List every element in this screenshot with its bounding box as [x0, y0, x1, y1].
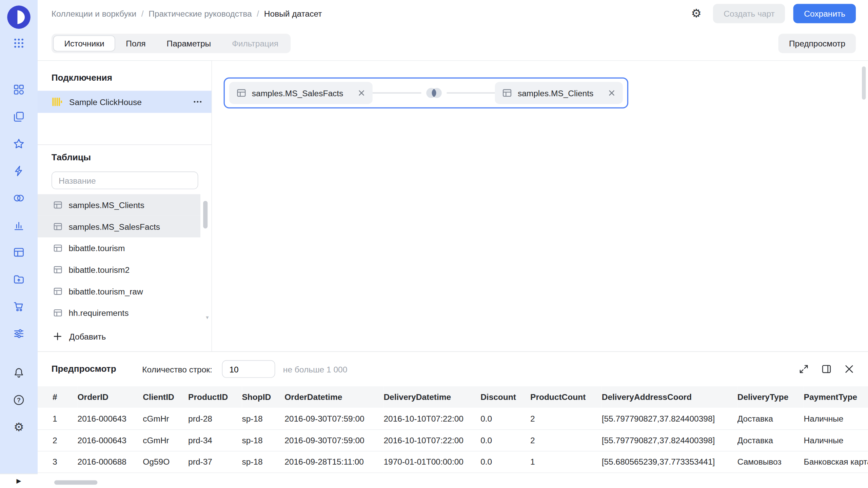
collapse-arrow-icon: ▶	[17, 477, 21, 485]
tab-sources[interactable]: Источники	[53, 35, 116, 51]
table-row: 3 2016-000688 Og59O prd-37 sp-18 2016-09…	[38, 451, 868, 473]
canvas-vertical-scrollbar[interactable]	[862, 66, 866, 100]
workbooks-icon[interactable]	[13, 111, 25, 123]
table-list-item[interactable]: bibattle.tourism_raw	[38, 281, 200, 302]
svg-text:?: ?	[17, 397, 21, 404]
row-count-hint: не больше 1 000	[283, 364, 347, 374]
sidebar: ? ⚙ ▶	[0, 0, 38, 488]
breadcrumb-current-dataset: Новый датасет	[264, 8, 322, 18]
table-list: samples.MS_Clients samples.MS_SalesFacts…	[38, 194, 212, 324]
tab-bar: Источники Поля Параметры Фильтрация Пред…	[38, 26, 868, 61]
plus-icon	[53, 332, 62, 341]
table-icon	[236, 88, 246, 98]
notifications-bell-icon[interactable]	[13, 367, 25, 379]
connection-name: Sample ClickHouse	[69, 97, 142, 107]
row-count-label: Количество строк:	[142, 364, 212, 374]
preview-title: Предпросмотр	[52, 364, 116, 374]
table-list-item[interactable]: hh.requirements	[38, 302, 200, 324]
clickhouse-icon	[52, 96, 63, 107]
tab-parameters[interactable]: Параметры	[156, 35, 222, 51]
charts-icon[interactable]	[13, 219, 25, 231]
column-header: PaymentType	[804, 386, 868, 408]
table-list-item[interactable]: samples.MS_Clients	[38, 194, 200, 216]
connection-menu-button[interactable]	[193, 97, 202, 107]
add-table-button[interactable]: Добавить	[38, 328, 212, 345]
column-header: ClientID	[143, 386, 188, 408]
help-icon[interactable]: ?	[13, 394, 25, 406]
column-header: Discount	[480, 386, 530, 408]
main-area: Коллекции и воркбуки / Практические руко…	[38, 0, 868, 488]
remove-table-icon[interactable]	[608, 89, 616, 97]
breadcrumb-guides[interactable]: Практические руководства	[149, 8, 252, 18]
join-connector	[373, 82, 495, 104]
table-list-item[interactable]: samples.MS_SalesFacts	[38, 216, 200, 238]
tab-filtering[interactable]: Фильтрация	[221, 35, 289, 51]
sidebar-bottom: ? ⚙	[13, 367, 25, 433]
sources-panel: Подключения Sample ClickHouse	[38, 61, 212, 351]
quick-actions-icon[interactable]	[13, 165, 25, 177]
preview-toggle-button[interactable]: Предпросмотр	[778, 34, 856, 53]
sidebar-nav	[13, 84, 25, 340]
table-row: 2 2016-000643 cGmHr prd-34 sp-18 2016-09…	[38, 429, 868, 451]
save-button[interactable]: Сохранить	[793, 4, 856, 23]
create-chart-button[interactable]: Создать чарт	[713, 4, 785, 23]
table-icon	[502, 88, 512, 98]
column-header: OrderID	[78, 386, 143, 408]
column-header: DeliveryAddressCoord	[602, 386, 737, 408]
sidebar-collapse-button[interactable]: ▶	[0, 474, 38, 488]
join-group: samples.MS_SalesFacts	[224, 78, 628, 108]
preview-header: Предпросмотр Количество строк: не больше…	[38, 352, 868, 386]
connections-title: Подключения	[52, 73, 212, 83]
connection-item[interactable]: Sample ClickHouse	[38, 91, 212, 113]
datalens-logo[interactable]	[7, 5, 31, 29]
tab-fields[interactable]: Поля	[115, 35, 156, 51]
apps-grid-icon[interactable]	[13, 37, 25, 49]
datalens-dataset-editor: ? ⚙ ▶ Коллекции и воркбуки / Практически…	[0, 0, 868, 488]
panel-divider	[38, 144, 212, 145]
table-header-row: # OrderID ClientID ProductID ShopID Orde…	[38, 386, 868, 408]
settings-gear-icon[interactable]: ⚙	[13, 421, 25, 433]
close-preview-icon[interactable]	[844, 364, 855, 375]
services-sliders-icon[interactable]	[13, 328, 25, 340]
join-type-button[interactable]	[421, 85, 447, 101]
inner-join-icon	[424, 86, 444, 100]
storage-folder-icon[interactable]	[13, 273, 25, 286]
table-search-input[interactable]	[52, 171, 198, 189]
dashboards-icon[interactable]	[13, 84, 25, 96]
table-list-scrollbar[interactable]	[203, 201, 208, 229]
column-header: DeliveryDatetime	[383, 386, 480, 408]
column-header: ShopID	[242, 386, 284, 408]
preview-panel: Предпросмотр Количество строк: не больше…	[38, 351, 868, 488]
table-list-item[interactable]: bibattle.tourism	[38, 237, 200, 259]
scroll-down-arrow-icon[interactable]: ▾	[206, 314, 209, 320]
join-canvas: samples.MS_SalesFacts	[212, 61, 868, 351]
column-header: ProductID	[188, 386, 242, 408]
row-count-input[interactable]	[222, 360, 275, 378]
dataset-settings-gear-icon[interactable]: ⚙	[691, 7, 702, 19]
connections-icon[interactable]	[13, 192, 25, 204]
favorites-star-icon[interactable]	[13, 138, 25, 150]
preview-horizontal-scrollbar[interactable]	[54, 480, 97, 485]
source-table-chip-clients[interactable]: samples.MS_Clients	[495, 82, 623, 104]
preview-table: # OrderID ClientID ProductID ShopID Orde…	[38, 386, 868, 473]
column-header: #	[38, 386, 78, 408]
datasets-icon[interactable]	[13, 246, 25, 259]
column-header: OrderDatetime	[284, 386, 383, 408]
marketplace-cart-icon[interactable]	[13, 301, 25, 313]
tabs-segmented-control: Источники Поля Параметры Фильтрация	[52, 34, 291, 53]
breadcrumb-separator: /	[257, 8, 259, 18]
column-header: ProductCount	[530, 386, 602, 408]
source-table-chip-salesfacts[interactable]: samples.MS_SalesFacts	[229, 82, 373, 104]
top-header: Коллекции и воркбуки / Практические руко…	[38, 0, 868, 26]
breadcrumb: Коллекции и воркбуки / Практические руко…	[52, 8, 322, 18]
tables-title: Таблицы	[52, 153, 212, 163]
expand-preview-icon[interactable]	[798, 364, 809, 375]
column-header: DeliveryType	[737, 386, 804, 408]
split-view-icon[interactable]	[821, 364, 832, 375]
breadcrumb-separator: /	[141, 8, 144, 18]
table-row: 1 2016-000643 cGmHr prd-28 sp-18 2016-09…	[38, 408, 868, 429]
remove-table-icon[interactable]	[358, 89, 366, 97]
breadcrumb-collections[interactable]: Коллекции и воркбуки	[52, 8, 136, 18]
table-list-item[interactable]: bibattle.tourism2	[38, 259, 200, 281]
